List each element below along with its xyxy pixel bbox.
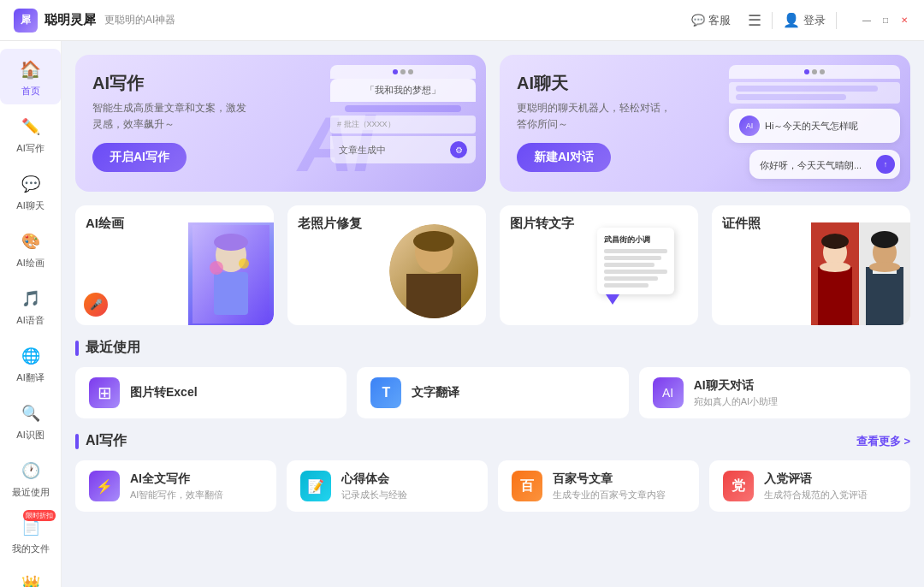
tool-party-comment[interactable]: 党 入党评语 生成符合规范的入党评语 [709,460,910,512]
recent-grid: ⊞ 图片转Excel T 文字翻译 AI AI聊天对话 宛如真人的AI小助理 [75,367,910,418]
recent-item-ai-chat-dialog[interactable]: AI AI聊天对话 宛如真人的AI小助理 [639,367,910,418]
tool-info-experience: 心得体会 记录成长与经验 [341,471,474,501]
svg-point-14 [820,262,850,272]
ai-voice-icon: 🎵 [17,285,44,312]
text-translate-icon: T [370,377,401,408]
feature-card-old-photo[interactable]: 老照片修复 [287,205,486,325]
img-excel-icon: ⊞ [89,377,120,408]
female-person [811,222,859,325]
id-person-male [859,222,910,325]
app-subtitle: 更聪明的AI神器 [104,13,175,27]
user-icon: 👤 [783,12,800,28]
tool-name-experience: 心得体会 [341,471,474,487]
recent-icon: 🕐 [17,457,44,484]
tool-desc-party-comment: 生成符合规范的入党评语 [764,489,897,501]
recent-item-name3: AI聊天对话 [694,378,897,394]
arrow-icon [606,294,619,305]
sidebar-item-ai-chat[interactable]: 💬 AI聊天 [0,163,61,219]
svg-point-4 [210,261,223,275]
party-comment-icon: 党 [723,471,754,501]
minimize-button[interactable]: — [861,15,873,27]
mockup-field1 [345,105,461,112]
sidebar-item-my-files[interactable]: 📄 我的文件 限时折扣 [0,507,61,562]
recent-item-text-translate[interactable]: T 文字翻译 [357,367,628,418]
content-area: AI写作 智能生成高质量文章和文案，激发灵感，效率飙升～ 开启AI写作 Ai 「… [62,41,924,587]
customer-service-button[interactable]: 💬 客服 [684,9,737,32]
sidebar-item-vip[interactable]: 👑 VIP特权 [0,563,61,587]
section-bar2 [75,434,79,449]
section-bar [75,341,79,356]
send-icon: ↑ [876,155,895,174]
start-ai-write-button[interactable]: 开启AI写作 [92,143,187,172]
see-more-button[interactable]: 查看更多 > [856,434,910,449]
write-mockup: 「我和我的梦想」 # 批注（XXXX） 文章生成中 ⚙ [330,65,476,163]
maximize-button[interactable]: □ [880,15,891,27]
ai-write-desc: 智能生成高质量文章和文案，激发灵感，效率飙升～ [92,100,246,133]
sidebar: 🏠 首页 ✏️ AI写作 💬 AI聊天 🎨 AI绘画 🎵 AI语音 🌐 AI翻译… [0,41,62,587]
sidebar-label-ai-voice: AI语音 [16,314,44,327]
feature-card-ocr[interactable]: 图片转文字 武昌街的小调 [500,205,698,325]
tool-info-party-comment: 入党评语 生成符合规范的入党评语 [764,471,897,501]
tool-experience[interactable]: 📝 心得体会 记录成长与经验 [287,460,488,512]
sidebar-item-ai-recognize[interactable]: 🔍 AI识图 [0,393,61,448]
dot3 [408,69,413,74]
sidebar-item-ai-draw[interactable]: 🎨 AI绘画 [0,221,61,276]
svg-point-17 [871,231,898,248]
ai-write-section: AI写作 查看更多 > ⚡ AI全文写作 AI智能写作，效率翻倍 📝 心得体会 … [75,432,910,512]
ai-translate-icon: 🌐 [17,342,44,370]
tool-name-full-write: AI全文写作 [130,471,263,487]
chat-icon: 💬 [691,14,705,27]
login-button[interactable]: 👤 登录 [783,12,826,28]
mockup-title: 「我和我的梦想」 [330,79,476,102]
new-ai-chat-button[interactable]: 新建AI对话 [517,143,611,172]
recent-item-img-excel[interactable]: ⊞ 图片转Excel [75,367,346,418]
gear-icon: ⚙ [450,141,467,158]
microphone-icon: 🎤 [84,293,108,317]
dot2 [812,69,817,74]
app-logo: 犀 [14,9,38,33]
person-illustration [389,224,479,318]
tool-name-party-comment: 入党评语 [764,471,897,487]
experience-icon: 📝 [300,471,331,501]
sidebar-label-home: 首页 [21,85,40,98]
sidebar-item-home[interactable]: 🏠 首页 [0,49,61,104]
vip-icon: 👑 [17,570,44,587]
male-person [859,222,910,325]
sidebar-item-ai-translate[interactable]: 🌐 AI翻译 [0,335,61,391]
full-write-icon: ⚡ [89,471,120,501]
dot1 [804,69,809,74]
svg-point-12 [821,234,849,249]
recent-section-header: 最近使用 [75,339,910,357]
sidebar-bottom: 🕐 最近使用 📄 我的文件 限时折扣 👑 VIP特权 [0,449,61,587]
tool-baijiahao[interactable]: 百 百家号文章 生成专业的百家号文章内容 [498,460,699,512]
sidebar-item-ai-voice[interactable]: 🎵 AI语音 [0,278,61,334]
svg-rect-9 [406,274,461,318]
ai-write-icon: ✏️ [17,113,44,140]
sidebar-item-ai-write[interactable]: ✏️ AI写作 [0,106,61,162]
top-cards: AI写作 智能生成高质量文章和文案，激发灵感，效率飙升～ 开启AI写作 Ai 「… [75,55,910,192]
svg-rect-13 [818,267,852,325]
close-button[interactable]: ✕ [898,15,910,27]
svg-rect-18 [866,267,903,325]
dot2 [400,69,406,74]
chat-mockup: AI Hi～今天的天气怎样呢 你好呀，今天天气晴朗... ↑ [729,65,900,179]
sidebar-label-ai-translate: AI翻译 [16,371,44,384]
titlebar-right: 💬 客服 ☰ 👤 登录 — □ ✕ [684,9,910,32]
app-name: 聪明灵犀 [44,12,96,28]
ai-write-section-title: AI写作 [86,432,127,450]
dot3 [820,69,825,74]
tool-full-write[interactable]: ⚡ AI全文写作 AI智能写作，效率翻倍 [75,460,276,512]
ai-write-section-header: AI写作 查看更多 > [75,432,910,450]
ocr-image: 武昌街的小调 [597,228,691,322]
feature-card-ai-drawing[interactable]: AI绘画 [75,205,274,325]
home-icon: 🏠 [17,56,44,83]
ai-chat-card: AI聊天 更聪明的聊天机器人，轻松对话，答你所问～ 新建AI对话 [500,55,910,192]
ai-chat-icon: 💬 [17,170,44,198]
menu-icon[interactable]: ☰ [748,11,761,30]
sidebar-item-recent[interactable]: 🕐 最近使用 [0,450,61,506]
recent-item-info2: 文字翻译 [412,385,614,400]
svg-point-20 [869,262,900,272]
feature-card-id-photo[interactable]: 证件照 [712,205,910,325]
ai-write-card: AI写作 智能生成高质量文章和文案，激发灵感，效率飙升～ 开启AI写作 Ai 「… [75,55,486,192]
chat-bubble-1: AI Hi～今天的天气怎样呢 [729,109,900,143]
